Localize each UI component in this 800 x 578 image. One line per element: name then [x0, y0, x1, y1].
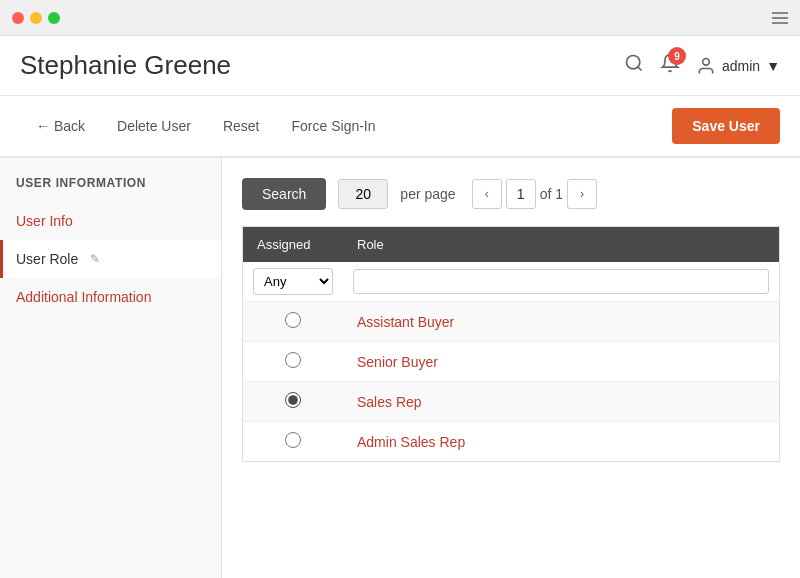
role-link-sales-rep[interactable]: Sales Rep	[357, 394, 422, 410]
role-link-senior-buyer[interactable]: Senior Buyer	[357, 354, 438, 370]
sidebar-item-user-role-label: User Role	[16, 251, 78, 267]
page-title: Stephanie Greene	[20, 50, 231, 81]
table-row: Senior Buyer	[243, 342, 780, 382]
role-cell-1: Assistant Buyer	[343, 302, 780, 342]
roles-table: Assigned Role Any Yes No	[242, 226, 780, 462]
search-icon	[624, 53, 644, 73]
filter-assigned-cell: Any Yes No	[243, 262, 344, 302]
force-sign-in-button[interactable]: Force Sign-In	[276, 110, 392, 142]
filter-role-cell	[343, 262, 780, 302]
sidebar-item-additional-info-label: Additional Information	[16, 289, 151, 305]
col-header-role: Role	[343, 227, 780, 263]
sidebar-item-user-info-label: User Info	[16, 213, 73, 229]
radio-assistant-buyer[interactable]	[285, 312, 301, 328]
notification-badge: 9	[668, 47, 686, 65]
radio-senior-buyer[interactable]	[285, 352, 301, 368]
col-header-assigned: Assigned	[243, 227, 344, 263]
role-cell-4: Admin Sales Rep	[343, 422, 780, 462]
filter-assigned-select[interactable]: Any Yes No	[253, 268, 333, 295]
assigned-cell-1	[243, 302, 344, 342]
current-page: 1	[506, 179, 536, 209]
filter-role-input[interactable]	[353, 269, 769, 294]
traffic-light-green	[48, 12, 60, 24]
sidebar: USER INFORMATION User Info User Role ✎ A…	[0, 158, 222, 578]
user-menu-button[interactable]: admin ▼	[696, 56, 780, 76]
user-dropdown-icon: ▼	[766, 58, 780, 74]
sidebar-item-user-role[interactable]: User Role ✎	[0, 240, 221, 278]
sidebar-item-additional-info[interactable]: Additional Information	[0, 278, 221, 316]
user-name: admin	[722, 58, 760, 74]
traffic-light-red	[12, 12, 24, 24]
user-avatar-icon	[696, 56, 716, 76]
role-link-admin-sales-rep[interactable]: Admin Sales Rep	[357, 434, 465, 450]
assigned-cell-2	[243, 342, 344, 382]
svg-point-0	[627, 56, 640, 69]
traffic-light-yellow	[30, 12, 42, 24]
edit-icon[interactable]: ✎	[90, 252, 100, 266]
radio-admin-sales-rep[interactable]	[285, 432, 301, 448]
pagination: ‹ 1 of 1 ›	[472, 179, 597, 209]
page-header: Stephanie Greene 9 admin ▼	[0, 36, 800, 96]
header-actions: 9 admin ▼	[624, 53, 780, 78]
role-cell-3: Sales Rep	[343, 382, 780, 422]
toolbar: ← Back Delete User Reset Force Sign-In S…	[0, 96, 800, 158]
back-button[interactable]: ← Back	[20, 110, 101, 142]
table-row: Admin Sales Rep	[243, 422, 780, 462]
delete-user-button[interactable]: Delete User	[101, 110, 207, 142]
total-pages: of 1	[540, 186, 563, 202]
filter-row: Any Yes No	[243, 262, 780, 302]
content-area: Search 20 50 100 per page ‹ 1 of 1 › Ass…	[222, 158, 800, 578]
assigned-cell-3	[243, 382, 344, 422]
reset-button[interactable]: Reset	[207, 110, 276, 142]
search-icon-button[interactable]	[624, 53, 644, 78]
sidebar-section-title: USER INFORMATION	[0, 158, 221, 202]
search-button[interactable]: Search	[242, 178, 326, 210]
next-page-button[interactable]: ›	[567, 179, 597, 209]
notification-button[interactable]: 9	[660, 53, 680, 78]
svg-point-2	[703, 58, 710, 65]
radio-sales-rep[interactable]	[285, 392, 301, 408]
title-bar	[0, 0, 800, 36]
prev-page-button[interactable]: ‹	[472, 179, 502, 209]
search-bar: Search 20 50 100 per page ‹ 1 of 1 ›	[242, 178, 780, 210]
table-row: Assistant Buyer	[243, 302, 780, 342]
table-row: Sales Rep	[243, 382, 780, 422]
svg-line-1	[638, 67, 642, 71]
role-link-assistant-buyer[interactable]: Assistant Buyer	[357, 314, 454, 330]
assigned-cell-4	[243, 422, 344, 462]
per-page-label: per page	[400, 186, 455, 202]
save-user-button[interactable]: Save User	[672, 108, 780, 144]
sidebar-item-user-info[interactable]: User Info	[0, 202, 221, 240]
per-page-dropdown[interactable]: 20 50 100	[338, 179, 388, 209]
role-cell-2: Senior Buyer	[343, 342, 780, 382]
hamburger-menu[interactable]	[772, 12, 788, 24]
per-page-select: 20 50 100	[338, 179, 388, 209]
main-content: USER INFORMATION User Info User Role ✎ A…	[0, 158, 800, 578]
